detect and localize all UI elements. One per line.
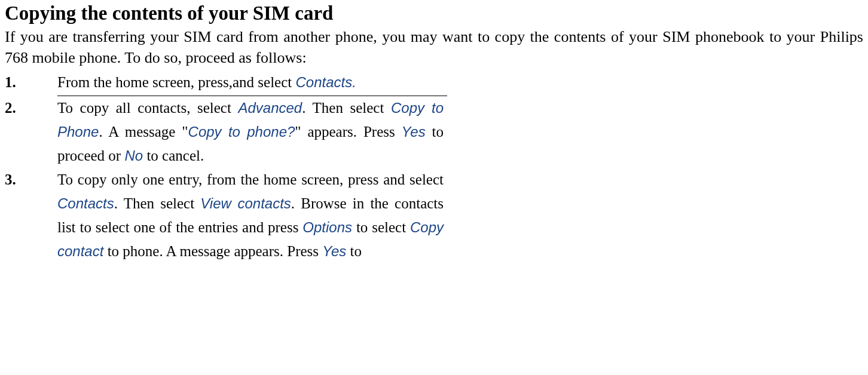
prompt-copy-to-phone: Copy to phone? <box>188 124 295 140</box>
softkey-yes: Yes <box>322 243 346 259</box>
step-text: . Then select <box>302 100 391 116</box>
menu-contacts: Contacts. <box>296 74 356 90</box>
section-heading: Copying the contents of your SIM card <box>5 2 863 25</box>
step-text: to <box>346 243 362 259</box>
steps-list: 1. From the home screen, press,and selec… <box>5 70 447 263</box>
step-text: to phone. A message appears. Press <box>103 243 322 259</box>
step-text: To copy only one entry, from the home sc… <box>57 171 444 188</box>
step-number: 3. <box>5 168 57 263</box>
menu-contacts: Contacts <box>57 195 114 211</box>
step-body: From the home screen, press,and select C… <box>57 70 447 96</box>
step-text: " appears. Press <box>295 124 401 140</box>
step-text: . A message " <box>99 124 188 140</box>
step-text: . Then select <box>114 195 201 211</box>
step-text: From the home screen, press,and select <box>57 74 296 90</box>
menu-view-contacts: View contacts <box>200 195 291 211</box>
softkey-options: Options <box>302 219 352 235</box>
step-text: To copy all contacts, select <box>57 100 238 116</box>
step-text: to cancel. <box>143 147 204 164</box>
step-body: To copy all contacts, select Advanced. T… <box>57 96 447 168</box>
step-text: to select <box>352 219 410 235</box>
step-3: 3. To copy only one entry, from the home… <box>5 168 447 263</box>
step-number: 1. <box>5 70 57 96</box>
step-body: To copy only one entry, from the home sc… <box>57 168 447 263</box>
intro-paragraph: If you are transferring your SIM card fr… <box>5 26 863 68</box>
step-number: 2. <box>5 96 57 168</box>
softkey-no: No <box>124 147 143 164</box>
menu-advanced: Advanced <box>238 100 302 116</box>
softkey-yes: Yes <box>402 124 426 140</box>
step-1: 1. From the home screen, press,and selec… <box>5 70 447 96</box>
step-2: 2. To copy all contacts, select Advanced… <box>5 96 447 168</box>
